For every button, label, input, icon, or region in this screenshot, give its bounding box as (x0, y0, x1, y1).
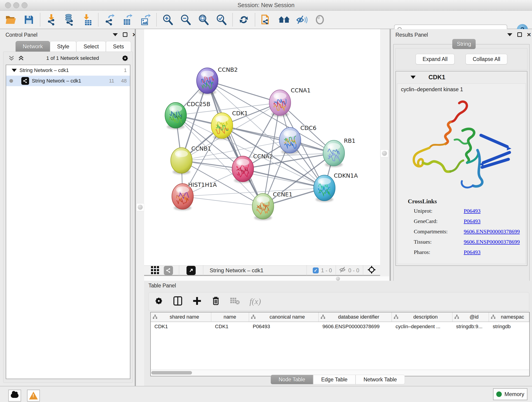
panel-menu-icon[interactable] (507, 33, 512, 36)
import-network-icon[interactable] (45, 14, 57, 26)
network-document-icon[interactable] (260, 14, 272, 26)
import-table-icon[interactable] (81, 14, 93, 26)
network-node-ccna2[interactable] (232, 156, 254, 183)
tab-select[interactable]: Select (76, 41, 106, 51)
column-header-name[interactable]: name (211, 313, 249, 322)
float-panel-icon[interactable] (123, 32, 127, 37)
apply-layout-icon[interactable] (238, 14, 250, 26)
table-cell[interactable]: stringdb (489, 322, 529, 331)
zoom-in-icon[interactable] (162, 14, 174, 26)
table-cell[interactable]: CDK1 (151, 322, 211, 331)
table-row[interactable]: CDK1CDK1P064939606.ENSP00000378699cyclin… (151, 322, 529, 331)
crosslink-link[interactable]: 9606.ENSP00000378699 (464, 229, 520, 235)
save-icon[interactable] (23, 14, 35, 26)
hide-graphics-icon[interactable] (296, 14, 308, 26)
scrollbar-thumb[interactable] (151, 371, 192, 375)
tab-node-table[interactable]: Node Table (271, 375, 313, 384)
horizontal-divider[interactable] (144, 276, 389, 281)
network-node-cdc25b[interactable] (165, 102, 186, 129)
column-header--id[interactable]: @id (452, 313, 489, 322)
column-header-shared-name[interactable]: shared name (151, 313, 211, 322)
collapse-all-button[interactable]: Collapse All (466, 54, 507, 64)
network-edge[interactable] (207, 81, 280, 103)
add-column-icon[interactable] (192, 296, 202, 307)
tab-edge-table[interactable]: Edge Table (313, 375, 355, 384)
network-edge[interactable] (243, 169, 324, 188)
zoom-out-icon[interactable] (180, 14, 191, 26)
zoom-selected-icon[interactable] (215, 14, 227, 26)
crosshair-icon[interactable] (367, 265, 376, 275)
crosslink-link[interactable]: P06493 (464, 208, 481, 214)
export-image-icon[interactable] (139, 14, 151, 26)
zoom-fit-icon[interactable] (197, 14, 209, 26)
column-label: database identifier (328, 314, 392, 320)
birdseye-icon[interactable] (314, 14, 326, 26)
expand-all-icon[interactable] (18, 55, 24, 61)
selected-checkbox-icon[interactable]: ✓ (313, 268, 319, 274)
table-settings-gear-icon[interactable] (154, 296, 163, 306)
network-node-rb1[interactable] (323, 140, 345, 167)
protein-structure-image (402, 94, 521, 195)
tab-network[interactable]: Network (16, 41, 50, 51)
table-tabs: Node TableEdge TableNetwork Table (271, 375, 405, 384)
column-header-canonical-name[interactable]: canonical name (249, 313, 319, 322)
network-edge[interactable] (183, 196, 263, 206)
table-cell[interactable]: CDK1 (211, 322, 249, 331)
network-node-ccne1[interactable] (252, 193, 274, 220)
export-table-icon[interactable] (121, 14, 133, 26)
detach-view-icon[interactable] (186, 266, 196, 275)
grid-view-icon[interactable] (151, 265, 160, 276)
right-divider-handle[interactable] (380, 149, 388, 157)
table-cell[interactable]: cyclin–dependent ... (392, 322, 452, 331)
import-database-icon[interactable] (63, 14, 75, 26)
table-cell[interactable]: stringdb:9... (452, 322, 489, 331)
network-row-selected[interactable]: String Network – cdk1 11 48 (6, 76, 130, 86)
memory-button[interactable]: Memory (493, 388, 527, 400)
warnings-button[interactable] (27, 390, 40, 402)
export-network-icon[interactable] (104, 14, 115, 26)
tab-sets[interactable]: Sets (106, 41, 131, 51)
crosslink-link[interactable]: P06493 (464, 218, 481, 224)
node-result-header[interactable]: CDK1 (396, 71, 527, 83)
open-folder-icon[interactable] (5, 14, 17, 26)
crosslink-row: Pharos:P06493 (397, 247, 526, 257)
network-view-icon[interactable] (164, 266, 173, 275)
gear-icon[interactable] (121, 54, 129, 62)
expand-all-button[interactable]: Expand All (416, 54, 455, 64)
column-header-description[interactable]: description (392, 313, 452, 322)
table-cell[interactable]: 9606.ENSP00000378699 (319, 322, 392, 331)
network-collection-row[interactable]: String Network – cdk1 1 (6, 65, 130, 76)
tab-string[interactable]: String (452, 39, 476, 49)
close-panel-icon[interactable]: × (527, 32, 531, 37)
network-node-ccna1[interactable] (269, 90, 291, 117)
home-icon[interactable] (278, 14, 290, 26)
node-table[interactable]: shared namenamecanonical namedatabase id… (150, 312, 530, 370)
table-cell[interactable]: P06493 (249, 322, 319, 331)
network-node-ccnb2[interactable] (196, 68, 218, 95)
network-canvas[interactable]: CCNB2CCNA1CDC25BCDK1CDC6RB1CCNB1CCNA2CDK… (144, 29, 380, 265)
crosslink-label: Pharos: (414, 249, 464, 255)
tab-style[interactable]: Style (50, 41, 76, 51)
show-columns-icon[interactable] (173, 296, 183, 307)
network-node-ccnb1[interactable] (171, 148, 192, 174)
column-tree-icon (152, 314, 158, 319)
delete-column-icon[interactable] (211, 296, 220, 307)
network-node-cdkn1a[interactable] (314, 175, 335, 202)
crosslink-link[interactable]: P06493 (464, 249, 481, 255)
panel-menu-icon[interactable] (113, 33, 118, 36)
network-graph[interactable]: CCNB2CCNA1CDC25BCDK1CDC6RB1CCNB1CCNA2CDK… (144, 29, 380, 265)
float-panel-icon[interactable] (517, 32, 522, 37)
collapse-icon[interactable] (12, 69, 17, 72)
collapse-all-icon[interactable] (8, 55, 14, 61)
left-divider-handle[interactable] (136, 203, 144, 211)
horizontal-divider-handle[interactable] (335, 277, 341, 281)
network-collection-label: String Network – cdk1 (19, 67, 69, 73)
column-header-database-identifier[interactable]: database identifier (319, 313, 392, 322)
window-title: Session: New Session (0, 2, 532, 8)
column-header-namespac[interactable]: namespac (489, 313, 529, 322)
cloud-status-button[interactable] (8, 390, 21, 402)
crosslink-link[interactable]: 9606.ENSP00000378699 (464, 239, 520, 245)
right-divider[interactable] (389, 29, 391, 281)
tab-network-table[interactable]: Network Table (355, 375, 405, 384)
collapse-icon[interactable] (411, 76, 416, 79)
